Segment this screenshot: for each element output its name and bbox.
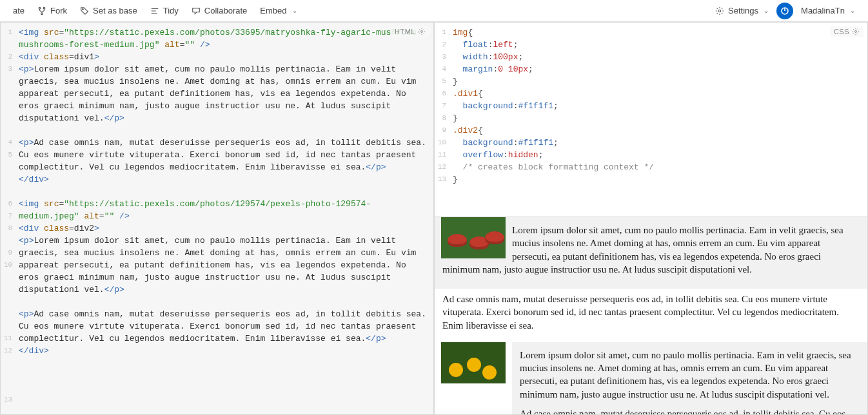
line-number: 7: [1, 210, 12, 222]
result-paragraph: Ad case omnis nam, mutat deseruisse pers…: [442, 293, 860, 332]
css-pane: CSS 1 2 3 4 5 6 7 8 9 10 11 12 13 img{ f…: [434, 22, 868, 217]
label: Set as base: [93, 6, 137, 15]
line-number: 11: [435, 149, 446, 161]
fork-button[interactable]: Fork: [32, 3, 72, 18]
result-gap: Ad case omnis nam, mutat deseruisse pers…: [435, 289, 867, 342]
line-number: 9: [1, 247, 12, 259]
svg-point-0: [39, 7, 41, 9]
gear-icon: [715, 6, 724, 15]
tag-icon: [80, 6, 89, 15]
line-number: 3: [1, 63, 12, 137]
chevron-down-icon: ⌄: [292, 7, 297, 14]
lines-icon: [150, 6, 159, 15]
label: HTML: [395, 28, 415, 35]
line-number: 2: [435, 39, 446, 51]
line-number: 6: [435, 88, 446, 100]
line-number: 8: [1, 222, 12, 247]
main-panes: HTML 1 2 3 4 5 6 7 8 9 10 11 12 13 <img …: [0, 22, 868, 415]
line-number: 6: [1, 198, 12, 210]
gear-icon[interactable]: [852, 28, 860, 35]
result-image-fruit: [441, 342, 506, 383]
result-div2: Lorem ipsum dolor sit amet, cum no paulo…: [512, 342, 867, 415]
svg-point-4: [718, 10, 721, 12]
result-paragraph: Lorem ipsum dolor sit amet, cum no paulo…: [520, 349, 860, 401]
set-as-base-button[interactable]: Set as base: [75, 3, 143, 18]
result-body: Lorem ipsum dolor sit amet, cum no paulo…: [435, 217, 867, 415]
chat-icon: [192, 6, 201, 15]
html-gutter: 1 2 3 4 5 6 7 8 9 10 11 12 13: [1, 23, 17, 414]
css-editor[interactable]: 1 2 3 4 5 6 7 8 9 10 11 12 13 img{ float…: [435, 23, 867, 217]
collaborate-button[interactable]: Collaborate: [186, 3, 253, 18]
line-number: 13: [1, 394, 12, 406]
label: Tidy: [163, 6, 179, 15]
topbar-item-ate[interactable]: ate: [8, 3, 30, 18]
html-pane-label: HTML: [391, 26, 429, 37]
label: ate: [13, 6, 25, 15]
html-pane: HTML 1 2 3 4 5 6 7 8 9 10 11 12 13 <img …: [0, 22, 434, 415]
chevron-down-icon: ⌄: [850, 7, 855, 14]
label: Collaborate: [204, 6, 248, 15]
fork-icon: [37, 6, 46, 15]
topbar: ate Fork Set as base Tidy Collaborate Em…: [0, 0, 868, 22]
line-number: 7: [435, 100, 446, 112]
line-number: 1: [1, 26, 12, 51]
label: Settings: [728, 6, 758, 15]
label: Embed: [260, 6, 286, 15]
line-number: 11: [1, 333, 12, 345]
svg-point-1: [43, 7, 45, 9]
line-number: 8: [435, 112, 446, 124]
svg-point-2: [41, 13, 43, 15]
tidy-button[interactable]: Tidy: [145, 3, 184, 18]
line-number: 5: [1, 149, 12, 198]
line-number: 1: [435, 26, 446, 39]
html-code[interactable]: <img src="https://static.pexels.com/phot…: [17, 23, 433, 414]
line-number: 12: [1, 345, 12, 394]
css-gutter: 1 2 3 4 5 6 7 8 9 10 11 12 13: [435, 23, 451, 217]
line-number: 3: [435, 51, 446, 63]
svg-point-3: [83, 8, 84, 10]
username: MadalinaTn: [801, 6, 845, 15]
line-number: 2: [1, 51, 12, 63]
chevron-down-icon: ⌄: [764, 7, 769, 14]
result-paragraph: Ad case omnis nam, mutat deseruisse pers…: [520, 407, 860, 415]
svg-point-7: [855, 31, 857, 33]
settings-dropdown[interactable]: Settings ⌄: [710, 3, 774, 18]
gear-icon[interactable]: [418, 28, 426, 35]
html-editor[interactable]: 1 2 3 4 5 6 7 8 9 10 11 12 13 <img src="…: [1, 23, 433, 414]
css-pane-label: CSS: [830, 26, 863, 37]
line-number: 4: [435, 63, 446, 75]
line-number: 10: [435, 137, 446, 149]
user-menu[interactable]: MadalinaTn ⌄: [796, 3, 860, 18]
label: CSS: [834, 28, 849, 35]
avatar[interactable]: [776, 3, 793, 19]
css-code[interactable]: img{ float:left; width:100px; margin:0 1…: [451, 23, 867, 217]
label: Fork: [50, 6, 67, 15]
line-number: 12: [435, 161, 446, 173]
line-number: 10: [1, 259, 12, 333]
topbar-right: Settings ⌄ MadalinaTn ⌄: [710, 3, 860, 19]
svg-point-6: [421, 31, 423, 33]
result-pane: Lorem ipsum dolor sit amet, cum no paulo…: [434, 217, 868, 415]
line-number: 5: [435, 75, 446, 88]
line-number: 13: [435, 173, 446, 186]
line-number: 4: [1, 137, 12, 149]
line-number: 9: [435, 124, 446, 137]
topbar-left: ate Fork Set as base Tidy Collaborate Em…: [8, 3, 302, 18]
embed-dropdown[interactable]: Embed ⌄: [255, 3, 302, 18]
result-image-mushrooms: [441, 217, 506, 258]
